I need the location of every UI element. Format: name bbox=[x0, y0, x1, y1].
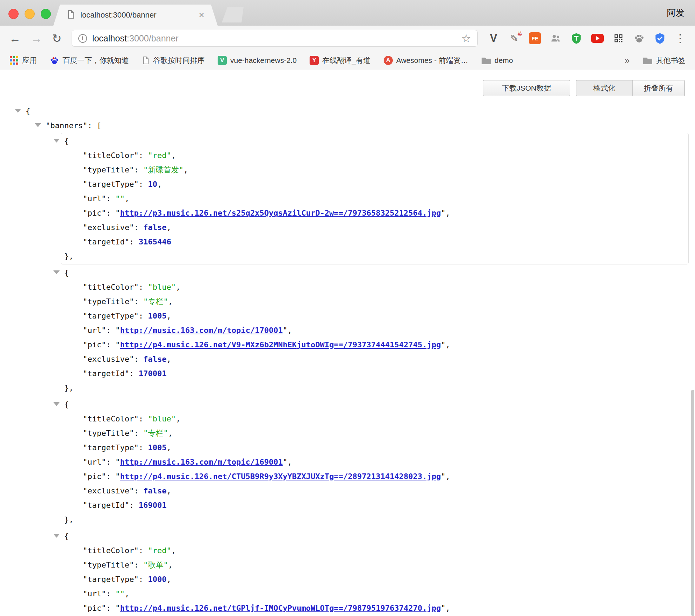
bookmark-vue-hackernews[interactable]: V vue-hackernews-2.0 bbox=[218, 56, 297, 65]
bookmark-label: Awesomes - 前端资… bbox=[396, 55, 468, 65]
bookmark-baidu[interactable]: 百度一下，你就知道 bbox=[50, 55, 129, 65]
json-field: "pic": "http://p3.music.126.net/s25q2x5Q… bbox=[83, 206, 688, 220]
apps-grid-icon bbox=[9, 56, 19, 65]
page-favicon-icon bbox=[67, 10, 75, 20]
page-content: 下载JSON数据 格式化 折叠所有 {"banners": [{"titleCo… bbox=[0, 70, 695, 616]
url-host: localhost bbox=[92, 33, 127, 43]
json-field: "pic": "http://p4.music.126.net/tGPljf-I… bbox=[83, 601, 688, 615]
collapse-toggle-icon[interactable] bbox=[53, 139, 60, 143]
collapse-toggle-icon[interactable] bbox=[53, 402, 60, 406]
json-line: }, bbox=[64, 249, 688, 263]
json-field: "targetType": 1005, bbox=[83, 440, 688, 455]
json-field: "url": "http://music.163.com/m/topic/169… bbox=[83, 455, 688, 469]
new-tab-button[interactable] bbox=[222, 7, 244, 22]
bookmark-folder-other[interactable]: 其他书签 bbox=[643, 55, 686, 65]
json-field: "titleColor": "red", bbox=[83, 543, 688, 558]
url-text: localhost:3000/banner bbox=[92, 33, 179, 44]
vimium-extension-icon[interactable]: V bbox=[488, 32, 499, 44]
bookmark-folder-demo[interactable]: demo bbox=[481, 56, 513, 65]
collapse-toggle-icon[interactable] bbox=[15, 109, 21, 113]
json-link[interactable]: http://p4.music.126.net/CTU5B9R9y3XyYBZX… bbox=[120, 472, 441, 481]
tab-title: localhost:3000/banner bbox=[80, 11, 157, 20]
json-object: {"titleColor": "red","typeTitle": "歌单","… bbox=[61, 528, 689, 616]
bookmark-apps[interactable]: 应用 bbox=[9, 55, 37, 65]
zoom-window-button[interactable] bbox=[41, 9, 51, 19]
json-link[interactable]: http://music.163.com/m/topic/169001 bbox=[120, 458, 283, 466]
green-shield-extension-icon[interactable] bbox=[570, 32, 582, 44]
people-extension-icon[interactable] bbox=[550, 32, 562, 44]
json-line: "banners": [ bbox=[46, 118, 695, 133]
json-field: "typeTitle": "专栏", bbox=[83, 294, 688, 309]
url-path: :3000/banner bbox=[127, 33, 178, 43]
json-object: {"titleColor": "blue","typeTitle": "专栏",… bbox=[61, 264, 689, 396]
collapse-toggle-icon[interactable] bbox=[53, 270, 60, 274]
tab-strip: localhost:3000/banner × 阿发 bbox=[0, 0, 695, 26]
json-line: }, bbox=[64, 381, 688, 395]
back-button[interactable]: ← bbox=[9, 33, 21, 44]
json-field: "pic": "http://p4.music.126.net/V9-MXz6b… bbox=[83, 338, 688, 352]
json-link[interactable]: http://music.163.com/m/topic/170001 bbox=[120, 326, 283, 335]
tab-localhost-banner[interactable]: localhost:3000/banner × bbox=[53, 5, 218, 26]
window-controls bbox=[8, 9, 51, 19]
json-field: "targetId": 169001 bbox=[83, 498, 688, 512]
json-field: "titleColor": "blue", bbox=[83, 280, 688, 294]
json-field: "pic": "http://p4.music.126.net/CTU5B9R9… bbox=[83, 469, 688, 484]
profile-name[interactable]: 阿发 bbox=[667, 7, 684, 19]
json-field: "typeTitle": "新碟首发", bbox=[83, 163, 688, 177]
bookmark-youdao[interactable]: Y 在线翻译_有道 bbox=[310, 55, 371, 65]
bookmarks-overflow-chevron[interactable]: » bbox=[625, 55, 630, 66]
bookmark-google-sort[interactable]: 谷歌按时间排序 bbox=[142, 55, 205, 65]
bookmark-label: 百度一下，你就知道 bbox=[62, 55, 129, 65]
collapse-all-button[interactable]: 折叠所有 bbox=[632, 80, 685, 96]
bookmarks-bar: 应用 百度一下，你就知道 谷歌按时间排序 V vue-hackernews-2.… bbox=[0, 51, 695, 70]
youtube-extension-icon[interactable] bbox=[591, 34, 604, 43]
json-object: {"titleColor": "red","typeTitle": "新碟首发"… bbox=[61, 133, 689, 264]
json-link[interactable]: http://p4.music.126.net/tGPljf-IMOCyPvum… bbox=[120, 604, 441, 612]
json-field: "titleColor": "red", bbox=[83, 148, 688, 163]
bookmark-label: vue-hackernews-2.0 bbox=[230, 56, 297, 65]
close-window-button[interactable] bbox=[8, 9, 19, 19]
json-field: "url": "", bbox=[83, 586, 688, 601]
bookmark-awesomes[interactable]: A Awesomes - 前端资… bbox=[384, 55, 468, 65]
awesomes-icon: A bbox=[384, 56, 393, 65]
translate-badge: 英 bbox=[517, 31, 522, 37]
reload-button[interactable]: ↻ bbox=[52, 33, 62, 44]
scrollbar-thumb[interactable] bbox=[691, 390, 694, 616]
bookmark-label: 谷歌按时间排序 bbox=[153, 55, 205, 65]
collapse-toggle-icon[interactable] bbox=[35, 123, 41, 127]
download-json-button[interactable]: 下载JSON数据 bbox=[483, 80, 570, 96]
browser-window: localhost:3000/banner × 阿发 ← → ↻ i local… bbox=[0, 0, 695, 616]
format-button[interactable]: 格式化 bbox=[576, 80, 633, 96]
collapse-toggle-icon[interactable] bbox=[53, 534, 60, 538]
json-field: "typeTitle": "专栏", bbox=[83, 426, 688, 440]
browser-menu-icon[interactable]: ⋮ bbox=[675, 33, 686, 44]
tab-close-icon[interactable]: × bbox=[199, 11, 204, 20]
json-line: { bbox=[64, 529, 688, 543]
paw-extension-icon[interactable] bbox=[633, 32, 645, 44]
blue-shield-extension-icon[interactable] bbox=[654, 32, 666, 44]
json-link[interactable]: http://p4.music.126.net/V9-MXz6b2MNhEKju… bbox=[120, 340, 441, 349]
bookmark-label: 应用 bbox=[22, 55, 37, 65]
site-info-icon[interactable]: i bbox=[78, 34, 87, 43]
vue-icon: V bbox=[218, 56, 227, 65]
json-field: "typeTitle": "歌单", bbox=[83, 558, 688, 572]
bookmark-star-icon[interactable]: ☆ bbox=[461, 33, 471, 44]
json-field: "exclusive": false, bbox=[83, 352, 688, 366]
play-icon bbox=[596, 36, 600, 41]
forward-button[interactable]: → bbox=[31, 33, 42, 44]
address-bar[interactable]: i localhost:3000/banner ☆ bbox=[72, 30, 478, 47]
json-link[interactable]: http://p3.music.126.net/s25q2x5QyqsAzilC… bbox=[120, 209, 441, 217]
json-line: { bbox=[64, 134, 688, 148]
fe-extension-icon[interactable]: FE bbox=[529, 32, 541, 44]
qrcode-extension-icon[interactable] bbox=[613, 32, 624, 44]
translate-extension-icon[interactable]: ✎英 bbox=[508, 32, 520, 44]
youdao-icon: Y bbox=[310, 56, 319, 65]
json-field: "url": "", bbox=[83, 191, 688, 206]
minimize-window-button[interactable] bbox=[25, 9, 35, 19]
json-field: "targetType": 10, bbox=[83, 177, 688, 191]
json-line: { bbox=[64, 397, 688, 412]
json-field: "targetId": 3165446 bbox=[83, 235, 688, 249]
json-field: "exclusive": false, bbox=[83, 484, 688, 498]
page-icon bbox=[142, 56, 150, 65]
extension-icons: V ✎英 FE ⋮ bbox=[488, 32, 686, 44]
